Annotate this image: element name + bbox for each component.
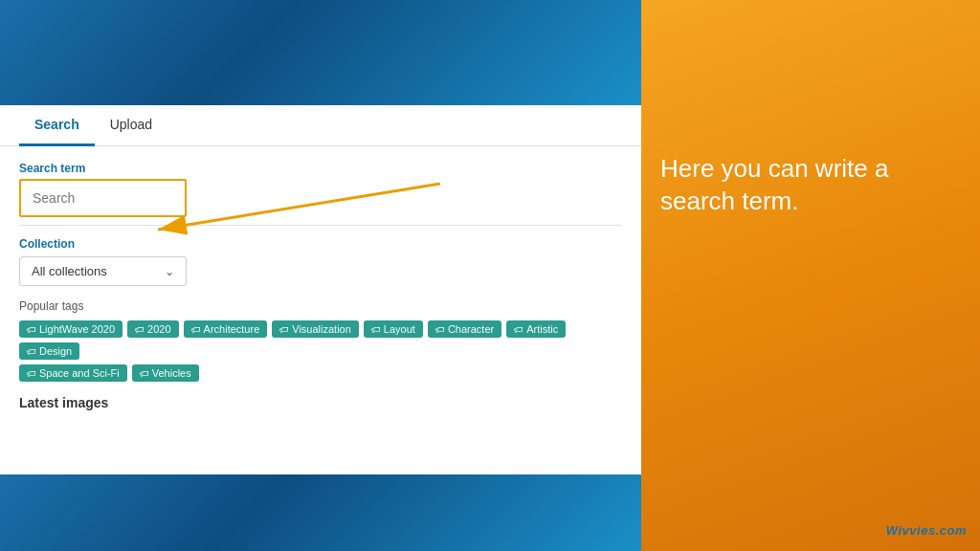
tag-layout[interactable]: 🏷Layout bbox=[364, 320, 423, 338]
tag-icon: 🏷 bbox=[191, 324, 201, 335]
search-box-wrapper bbox=[19, 179, 187, 217]
tag-icon: 🏷 bbox=[135, 324, 145, 335]
latest-images-label: Latest images bbox=[19, 395, 622, 410]
collection-label: Collection bbox=[19, 237, 622, 251]
tags-row-2: 🏷Space and Sci-Fi 🏷Vehicles bbox=[19, 364, 622, 382]
form-area: Search term Collection All collections ⌄… bbox=[0, 146, 641, 426]
tag-icon: 🏷 bbox=[371, 324, 381, 335]
callout-text: Here you can write a search term. bbox=[660, 153, 961, 218]
collection-select[interactable]: All collections ⌄ bbox=[19, 256, 187, 286]
tag-icon: 🏷 bbox=[27, 324, 36, 335]
tag-2020[interactable]: 🏷2020 bbox=[127, 320, 178, 338]
tag-icon: 🏷 bbox=[27, 368, 36, 379]
tag-architecture[interactable]: 🏷Architecture bbox=[184, 320, 268, 338]
tag-icon: 🏷 bbox=[27, 346, 36, 357]
tags-row-1: 🏷LightWave 2020 🏷2020 🏷Architecture 🏷Vis… bbox=[19, 320, 622, 360]
tag-visualization[interactable]: 🏷Visualization bbox=[272, 320, 359, 338]
tag-icon: 🏷 bbox=[279, 324, 289, 335]
left-panel: Search Upload Search term Collection All… bbox=[0, 0, 641, 551]
tab-search[interactable]: Search bbox=[19, 105, 95, 146]
tag-vehicles[interactable]: 🏷Vehicles bbox=[132, 364, 199, 382]
top-banner bbox=[0, 0, 641, 105]
bottom-bar bbox=[0, 474, 641, 551]
right-panel: Here you can write a search term. Wivvie… bbox=[641, 0, 980, 551]
chevron-down-icon: ⌄ bbox=[165, 265, 174, 278]
content-area: Search Upload Search term Collection All… bbox=[0, 105, 641, 474]
tabs-bar: Search Upload bbox=[0, 105, 641, 146]
tag-icon: 🏷 bbox=[514, 324, 523, 335]
tag-design[interactable]: 🏷Design bbox=[19, 342, 79, 360]
collection-value: All collections bbox=[32, 264, 107, 278]
tag-space-sci-fi[interactable]: 🏷Space and Sci-Fi bbox=[19, 364, 127, 382]
popular-tags-label: Popular tags bbox=[19, 299, 622, 313]
search-input[interactable] bbox=[25, 185, 181, 211]
tab-upload[interactable]: Upload bbox=[95, 105, 167, 146]
tag-icon: 🏷 bbox=[140, 368, 149, 379]
tag-artistic[interactable]: 🏷Artistic bbox=[506, 320, 566, 338]
tag-icon: 🏷 bbox=[435, 324, 445, 335]
tag-lightwave-2020[interactable]: 🏷LightWave 2020 bbox=[19, 320, 122, 338]
watermark: Wivvies.com bbox=[886, 523, 967, 538]
tag-character[interactable]: 🏷Character bbox=[428, 320, 501, 338]
search-term-label: Search term bbox=[19, 162, 622, 175]
divider bbox=[19, 225, 622, 226]
